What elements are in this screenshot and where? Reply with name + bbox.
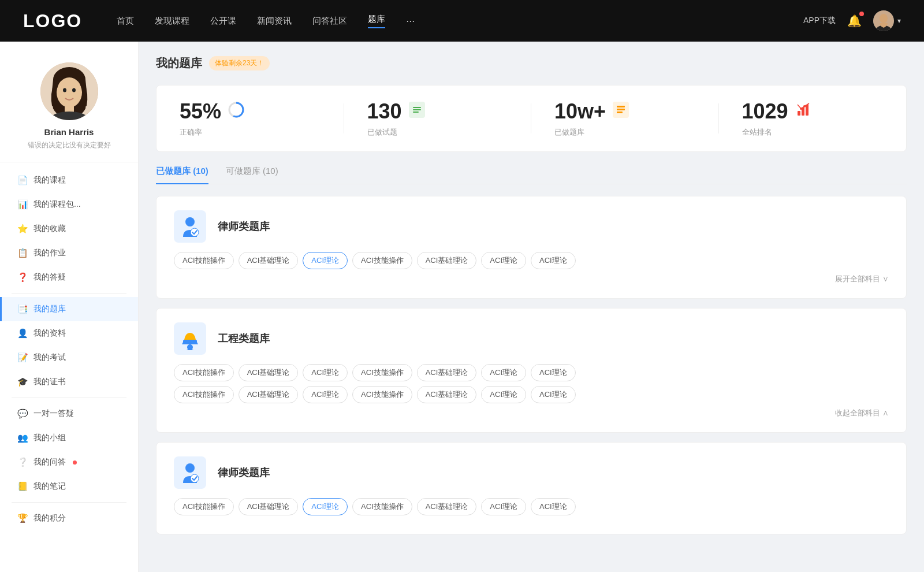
tab-available-banks[interactable]: 可做题库 (10) [226, 166, 278, 184]
bar-chart-icon [795, 102, 811, 121]
eng-tag-r2-6[interactable]: ACI理论 [531, 386, 576, 403]
homework-icon: 📋 [17, 248, 28, 258]
1on1-icon: 💬 [17, 408, 28, 419]
svg-rect-15 [413, 112, 419, 113]
stat-done-banks: 10w+ 已做题库 [531, 99, 719, 138]
stat-accuracy-value: 55% [180, 99, 221, 124]
sidebar-item-qa[interactable]: ❓ 我的答疑 [0, 265, 138, 289]
svg-point-1 [880, 14, 888, 23]
logo[interactable]: LOGO [23, 10, 82, 32]
nav-discover[interactable]: 发现课程 [155, 16, 189, 27]
svg-point-8 [63, 88, 66, 92]
sidebar-item-myqa[interactable]: ❔ 我的问答 [0, 450, 138, 474]
sidebar-profile: Brian Harris 错误的决定比没有决定要好 [0, 42, 138, 162]
expand-link-lawyer[interactable]: 展开全部科目 ∨ [174, 274, 889, 284]
nav-home[interactable]: 首页 [117, 16, 134, 27]
app-download-button[interactable]: APP下载 [803, 16, 836, 26]
eng-tag-r2-1[interactable]: ACI基础理论 [239, 386, 299, 403]
tag-0[interactable]: ACI技能操作 [174, 252, 234, 269]
menu-divider-2 [12, 398, 126, 398]
profile-icon: 👤 [17, 328, 28, 339]
menu-divider-1 [12, 293, 126, 294]
eng-tag-r1-1[interactable]: ACI基础理论 [239, 364, 299, 381]
tabs-row: 已做题库 (10) 可做题库 (10) [156, 166, 907, 184]
eng-tag-r2-0[interactable]: ACI技能操作 [174, 386, 234, 403]
eng-tag-r2-5[interactable]: ACI理论 [481, 386, 526, 403]
tag-2[interactable]: ACI理论 [303, 252, 348, 269]
eng-tag-r1-6[interactable]: ACI理论 [531, 364, 576, 381]
eng-tag-r1-3[interactable]: ACI技能操作 [352, 364, 412, 381]
sidebar-item-group[interactable]: 👥 我的小组 [0, 426, 138, 450]
eng-tag-r2-4[interactable]: ACI基础理论 [417, 386, 477, 403]
stat-ranking-label: 全站排名 [742, 127, 772, 138]
sidebar-item-homework[interactable]: 📋 我的作业 [0, 241, 138, 265]
sidebar-item-exam[interactable]: 📝 我的考试 [0, 346, 138, 370]
tag-6[interactable]: ACI理论 [531, 252, 576, 269]
l2-tag-5[interactable]: ACI理论 [481, 498, 526, 515]
group-icon: 👥 [17, 433, 28, 443]
profile-avatar [40, 62, 98, 120]
stat-done-banks-label: 已做题库 [554, 127, 584, 138]
svg-rect-14 [413, 109, 421, 110]
stat-ranking: 1029 全站排名 [719, 99, 907, 138]
svg-point-29 [185, 463, 195, 473]
bank-name-lawyer: 律师类题库 [218, 220, 270, 233]
bank-icon-lawyer [174, 210, 206, 243]
avatar [873, 10, 894, 31]
bank-card-lawyer: 律师类题库 ACI技能操作 ACI基础理论 ACI理论 ACI技能操作 ACI基… [156, 196, 907, 299]
sidebar-item-coursepack[interactable]: 📊 我的课程包... [0, 192, 138, 217]
sidebar-item-1on1[interactable]: 💬 一对一答疑 [0, 402, 138, 426]
tag-4[interactable]: ACI基础理论 [417, 252, 477, 269]
bank-name-engineering: 工程类题库 [218, 332, 270, 346]
tag-5[interactable]: ACI理论 [481, 252, 526, 269]
notification-bell[interactable]: 🔔 [847, 14, 862, 28]
sidebar-item-favorites[interactable]: ⭐ 我的收藏 [0, 217, 138, 241]
svg-point-23 [800, 107, 802, 110]
l2-tag-0[interactable]: ACI技能操作 [174, 498, 234, 515]
stats-row: 55% 正确率 130 [156, 85, 907, 152]
nav-opencourse[interactable]: 公开课 [210, 16, 236, 27]
l2-tag-4[interactable]: ACI基础理论 [417, 498, 477, 515]
bank-tags-lawyer2: ACI技能操作 ACI基础理论 ACI理论 ACI技能操作 ACI基础理论 AC… [174, 498, 889, 515]
l2-tag-3[interactable]: ACI技能操作 [352, 498, 412, 515]
nav-news[interactable]: 新闻资讯 [257, 16, 292, 27]
l2-tag-1[interactable]: ACI基础理论 [239, 498, 299, 515]
l2-tag-6[interactable]: ACI理论 [531, 498, 576, 515]
sidebar-item-profile[interactable]: 👤 我的资料 [0, 321, 138, 346]
eng-tag-r2-3[interactable]: ACI技能操作 [352, 386, 412, 403]
navbar-right: APP下载 🔔 ▾ [803, 10, 901, 31]
eng-tag-r1-4[interactable]: ACI基础理论 [417, 364, 477, 381]
stat-done-questions-label: 已做试题 [367, 127, 397, 138]
trial-badge: 体验剩余23天！ [209, 56, 270, 70]
page-layout: Brian Harris 错误的决定比没有决定要好 📄 我的课程 📊 我的课程包… [0, 42, 924, 572]
eng-tag-r1-2[interactable]: ACI理论 [303, 364, 348, 381]
sidebar-item-notes[interactable]: 📒 我的笔记 [0, 474, 138, 499]
book-icon [613, 102, 629, 121]
list-icon [409, 102, 425, 121]
sidebar-item-questionbank[interactable]: 📑 我的题库 [0, 297, 138, 321]
user-avatar-dropdown[interactable]: ▾ [873, 10, 901, 31]
sidebar-item-profile-label: 我的资料 [33, 328, 66, 339]
tag-1[interactable]: ACI基础理论 [239, 252, 299, 269]
sidebar-item-certificate[interactable]: 🎓 我的证书 [0, 370, 138, 394]
sidebar-item-group-label: 我的小组 [33, 433, 66, 443]
eng-tag-r1-5[interactable]: ACI理论 [481, 364, 526, 381]
tab-done-banks[interactable]: 已做题库 (10) [156, 166, 208, 184]
collapse-link-engineering[interactable]: 收起全部科目 ∧ [174, 408, 889, 418]
sidebar-item-exam-label: 我的考试 [33, 352, 66, 363]
page-header: 我的题库 体验剩余23天！ [156, 55, 907, 71]
nav-more[interactable]: ··· [406, 15, 415, 27]
bank-tags-engineering-row2: ACI技能操作 ACI基础理论 ACI理论 ACI技能操作 ACI基础理论 AC… [174, 386, 889, 403]
sidebar-item-qa-label: 我的答疑 [33, 272, 66, 283]
svg-rect-17 [617, 106, 625, 107]
sidebar-item-points[interactable]: 🏆 我的积分 [0, 506, 138, 530]
nav-qa[interactable]: 问答社区 [312, 16, 347, 27]
eng-tag-r1-0[interactable]: ACI技能操作 [174, 364, 234, 381]
nav-menu: 首页 发现课程 公开课 新闻资讯 问答社区 题库 ··· [117, 14, 803, 28]
sidebar-item-courses[interactable]: 📄 我的课程 [0, 168, 138, 192]
tag-3[interactable]: ACI技能操作 [352, 252, 412, 269]
nav-questionbank[interactable]: 题库 [368, 14, 385, 28]
l2-tag-2[interactable]: ACI理论 [303, 498, 348, 515]
eng-tag-r2-2[interactable]: ACI理论 [303, 386, 348, 403]
sidebar-item-points-label: 我的积分 [33, 513, 66, 523]
